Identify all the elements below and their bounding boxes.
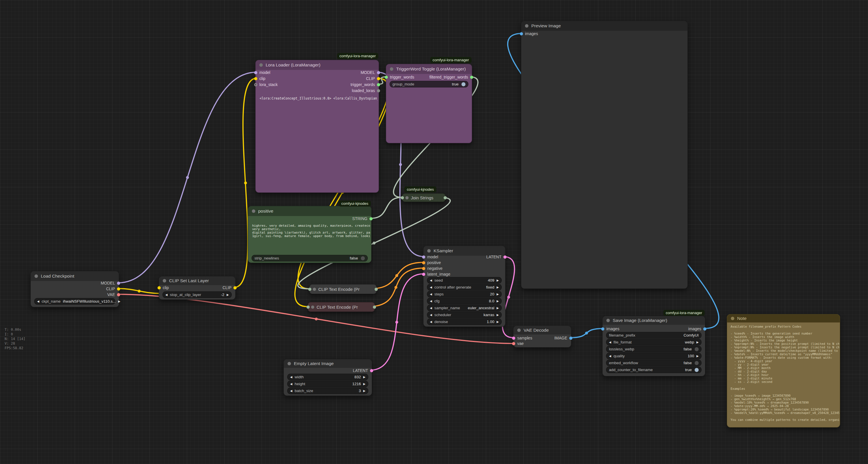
output-slot-model[interactable]: MODEL [361,70,380,75]
node-clip-text-encode-negative[interactable]: CLIP Text Encode (Pr [308,302,375,312]
slot-dot-vae[interactable] [512,342,515,345]
node-title-bar[interactable]: CLIP Set Last Layer [159,277,235,285]
input-slot-clip[interactable]: clip [158,285,169,290]
control-after-generate-widget[interactable]: control after generatefixed [427,284,502,291]
node-preview-image[interactable]: Preview Image images [521,21,688,289]
slot-dot-samples[interactable] [512,337,515,340]
embed-workflow-toggle[interactable]: embed_workflowfalse [606,359,702,366]
toggle-off-icon[interactable] [694,361,699,365]
collapse-dot-icon[interactable] [731,317,734,320]
node-title-bar[interactable]: Lora Loader (LoraManager) [256,60,379,70]
slot-dot-filtered-trigger-words[interactable] [470,76,473,79]
node-note[interactable]: Note Available filename_prefix Pattern C… [727,314,840,428]
decrement-arrow-icon[interactable] [430,286,432,289]
slot-dot-model[interactable] [117,282,120,285]
ckpt-name-widget[interactable]: ckpt_name il\waiNSFWIllustrious_v110.s..… [34,298,115,304]
increment-arrow-icon[interactable] [497,300,499,302]
slot-dot-positive[interactable] [422,261,425,264]
node-title-bar[interactable]: TriggerWord Toggle (LoraManager) [386,64,472,74]
note-body-text[interactable]: Available filename_prefix Pattern Codes … [731,325,839,426]
slot-dot-input[interactable] [307,306,310,309]
decrement-arrow-icon[interactable] [290,383,292,385]
slot-dot-output[interactable] [444,196,447,199]
node-load-checkpoint[interactable]: Load Checkpoint MODEL CLIP VAE ckpt_name… [30,271,119,307]
toggle-off-icon[interactable] [361,256,365,260]
slot-dot-clip[interactable] [377,77,380,80]
node-title-bar[interactable]: VAE Decode [514,326,571,335]
output-slot-clip[interactable]: CLIP [106,286,120,291]
slot-dot-input[interactable] [308,288,311,291]
input-slot-images[interactable]: images [520,31,538,36]
input-slot-positive[interactable]: positive [422,260,441,265]
collapse-dot-icon[interactable] [252,209,255,213]
node-title-bar[interactable]: Empty Latent Image [284,359,372,368]
output-slot-clip[interactable]: CLIP [222,285,237,290]
slot-dot-model[interactable] [254,71,257,74]
increment-arrow-icon[interactable] [363,389,365,393]
slot-dot-loaded-loras[interactable] [377,89,380,92]
input-slot-vae[interactable]: vae [512,341,524,346]
increment-arrow-icon[interactable] [497,286,499,289]
node-lora-loader[interactable]: Lora Loader (LoraManager) model clip lor… [255,60,379,193]
collapse-dot-icon[interactable] [607,319,610,322]
input-slot-images[interactable]: images [601,326,619,331]
denoise-widget[interactable]: denoise1.00 [427,318,502,325]
node-title-bar[interactable]: Note [727,314,840,322]
slot-dot-clip[interactable] [234,286,237,289]
quality-widget[interactable]: quality100 [606,353,702,359]
slot-dot-output[interactable] [373,306,376,309]
increment-arrow-icon[interactable] [497,279,499,282]
input-slot-trigger-words[interactable]: trigger_words [385,75,414,80]
filename-prefix-widget[interactable]: filename_prefixComfyUI [606,332,702,339]
node-title-bar[interactable]: Save Image (LoraManager) [602,316,705,325]
slot-dot-latent-image[interactable] [422,273,425,276]
toggle-on-icon[interactable] [461,82,465,86]
decrement-arrow-icon[interactable] [430,314,432,316]
slot-dot-model[interactable] [422,256,425,259]
sampler-name-widget[interactable]: sampler_nameeuler_ancestral [427,304,502,311]
node-title-bar[interactable]: Load Checkpoint [31,271,119,281]
cfg-widget[interactable]: cfg8.0 [427,298,502,304]
decrement-arrow-icon[interactable] [430,307,432,310]
decrement-arrow-icon[interactable] [37,300,39,303]
lossless-webp-toggle[interactable]: lossless_webpfalse [606,346,702,352]
lora-syntax-text[interactable]: <lora:CreateConcept_Illustrious:0.8> <lo… [259,96,377,100]
collapse-dot-icon[interactable] [163,279,166,283]
output-slot-latent[interactable]: LATENT [486,254,506,259]
decrement-arrow-icon[interactable] [430,320,432,323]
output-slot-model[interactable]: MODEL [101,281,120,286]
slot-dot-clip[interactable] [254,77,257,80]
decrement-arrow-icon[interactable] [430,300,432,302]
slot-dot-negative[interactable] [422,267,425,270]
prompt-text[interactable]: highres, very detailed, amazing quality,… [252,224,370,253]
collapse-dot-icon[interactable] [287,362,291,365]
increment-arrow-icon[interactable] [118,300,121,303]
increment-arrow-icon[interactable] [497,314,499,316]
decrement-arrow-icon[interactable] [290,376,292,379]
input-slot-model[interactable]: model [254,70,270,75]
collapse-dot-icon[interactable] [525,24,528,28]
node-ksampler[interactable]: KSampler model positive negative latent_… [423,246,505,327]
collapse-dot-icon[interactable] [427,249,431,253]
slot-dot-images[interactable] [601,327,604,330]
node-triggerword-toggle[interactable]: TriggerWord Toggle (LoraManager) trigger… [386,64,472,143]
slot-dot-model[interactable] [377,71,380,74]
node-positive-prompt[interactable]: positive STRING highres, very detailed, … [248,206,371,263]
input-slot-clip[interactable]: clip [254,76,266,81]
slot-dot-trigger-words[interactable] [377,83,380,86]
batch-size-widget[interactable]: batch_size3 [287,387,368,394]
input-slot-model[interactable]: model [422,254,438,259]
collapse-dot-icon[interactable] [311,306,314,309]
stop-at-clip-layer-widget[interactable]: stop_at_clip_layer -2 [162,291,232,298]
collapse-dot-icon[interactable] [405,196,408,199]
toggle-off-icon[interactable] [694,347,699,351]
output-slot-string[interactable]: STRING [352,216,373,221]
input-slot-negative[interactable]: negative [422,266,442,271]
slot-dot-lora-stack[interactable] [254,83,257,86]
output-slot-loaded-loras[interactable]: loaded_loras [352,88,380,93]
input-slot-latent-image[interactable]: latent_image [422,271,450,277]
strip-newlines-toggle[interactable]: strip_newlines false [252,255,368,261]
node-title-bar[interactable]: positive [248,206,371,216]
output-slot-latent[interactable]: LATENT [353,368,373,373]
node-clip-set-last-layer[interactable]: CLIP Set Last Layer clip CLIP stop_at_cl… [159,276,236,300]
